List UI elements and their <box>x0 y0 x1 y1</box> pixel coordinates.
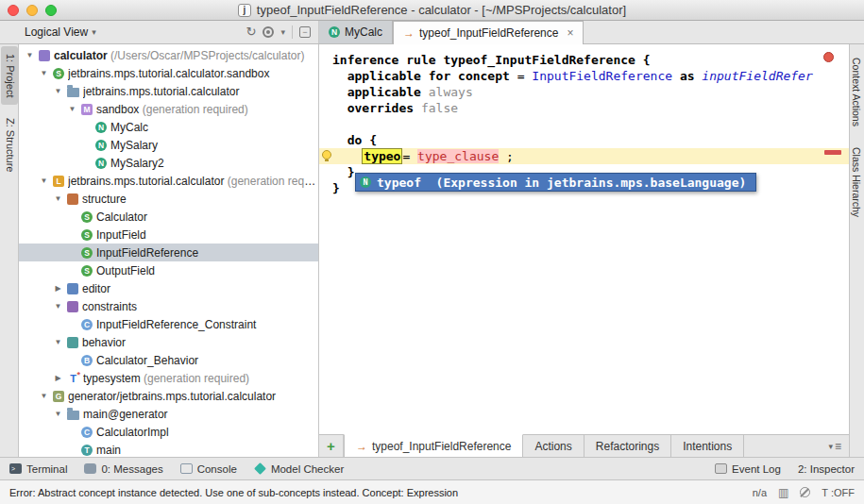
tree-item-calculator[interactable]: ▼calculator (/Users/Oscar/MPSProjects/ca… <box>19 46 318 64</box>
collapse-arrow-icon[interactable]: ▼ <box>39 69 49 77</box>
tree-item-jetbrains-mps-tutorial-calculator[interactable]: ▼Ljetbrains.mps.tutorial.calculator (gen… <box>19 172 318 190</box>
highlighting-level-icon[interactable]: ▥ <box>778 486 788 499</box>
tree-item-constraints[interactable]: ▼constraints <box>19 297 318 315</box>
expand-arrow-icon[interactable]: ▶ <box>53 284 63 293</box>
collapse-arrow-icon[interactable]: ▼ <box>53 410 63 418</box>
tree-item-structure[interactable]: ▼structure <box>19 190 318 208</box>
tree-item-jetbrains-mps-tutorial-calculator-sandbox[interactable]: ▼Sjetbrains.mps.tutorial.calculator.sand… <box>19 64 318 82</box>
collapse-arrow-icon[interactable]: ▼ <box>53 338 63 346</box>
editor-tab-typeof-inputfieldreference[interactable]: →typeof_InputFieldReference× <box>393 21 584 44</box>
collapse-arrow-icon[interactable]: ▼ <box>53 194 63 203</box>
minimize-window-button[interactable] <box>26 5 38 16</box>
bottom-tab-typeof-inputfieldreference[interactable]: →typeof_InputFieldReference <box>344 434 523 457</box>
settings-gear-icon[interactable] <box>263 26 274 38</box>
tree-item-editor[interactable]: ▶editor <box>19 279 318 297</box>
node-icon: N <box>95 122 107 133</box>
tree-item-calculator-behavior[interactable]: BCalculator_Behavior <box>19 351 318 369</box>
toolbar-button-2-inspector[interactable]: 2: Inspector <box>798 463 855 475</box>
tool-window-button-context-actions[interactable]: Context Actions <box>851 50 864 134</box>
code-line[interactable]: typeo= type_clause ; <box>319 148 849 164</box>
typesystem-toggle[interactable]: T :OFF <box>822 487 855 498</box>
tree-item-label: InputFieldReference <box>96 246 198 260</box>
toolbar-button-label: Model Checker <box>271 463 344 475</box>
tree-item-calculatorimpl[interactable]: CCalculatorImpl <box>19 423 318 441</box>
refresh-icon[interactable]: ↻ <box>246 26 257 38</box>
bottom-tab-actions[interactable]: Actions <box>523 435 584 457</box>
tree-item-label: Calculator <box>96 210 147 224</box>
tool-window-button-1-project[interactable]: 1: Project <box>1 46 18 105</box>
tree-item-label: MySalary <box>110 139 158 152</box>
collapse-all-icon[interactable]: − <box>299 26 311 38</box>
error-indicator-icon[interactable] <box>823 52 834 62</box>
project-icon <box>39 50 50 61</box>
tool-window-button-class-hierarchy[interactable]: Class Hierarchy <box>851 140 864 225</box>
zoom-window-button[interactable] <box>45 5 57 16</box>
toolbar-button-event-log[interactable]: Event Log <box>715 463 781 475</box>
toolbar-button-terminal[interactable]: Terminal <box>9 463 67 475</box>
tree-item-mycalc[interactable]: NMyCalc <box>19 118 318 136</box>
tree-item-sandbox[interactable]: ▼Msandbox (generation required) <box>19 100 318 118</box>
code-line[interactable]: do { <box>319 132 849 148</box>
tree-item-mysalary[interactable]: NMySalary <box>19 136 318 154</box>
tree-item-generator-jetbrains-mps-tutorial-calculator[interactable]: ▼Ggenerator/jetbrains.mps.tutorial.calcu… <box>19 387 318 405</box>
code-text: InputFieldReference <box>532 69 672 83</box>
tree-item-label: typesystem <box>83 372 141 385</box>
code-line[interactable]: overrides false <box>319 100 849 116</box>
collapse-arrow-icon[interactable]: ▼ <box>25 51 35 59</box>
bottom-tab-refactorings[interactable]: Refactorings <box>584 435 671 457</box>
code-line[interactable]: inference rule typeof_InputFieldReferenc… <box>319 52 849 68</box>
toolbar-button-model-checker[interactable]: Model Checker <box>254 463 344 475</box>
tree-item-label: OutputField <box>96 264 155 277</box>
code-area[interactable]: inference rule typeof_InputFieldReferenc… <box>319 44 849 434</box>
tree-item-text: jetbrains.mps.tutorial.calculator.sandbo… <box>68 67 318 80</box>
error-stripe-mark[interactable] <box>824 150 841 155</box>
tree-item-label: jetbrains.mps.tutorial.calculator <box>83 85 239 98</box>
expand-arrow-icon[interactable]: ▶ <box>53 374 63 382</box>
toolbar-button-console[interactable]: Console <box>180 463 237 475</box>
menu-icon: ≡ <box>835 440 841 453</box>
add-tab-button[interactable]: + <box>319 435 344 457</box>
bottom-tab-intentions[interactable]: Intentions <box>671 435 744 457</box>
collapse-arrow-icon[interactable]: ▼ <box>67 105 77 113</box>
intention-bulb-icon[interactable] <box>322 150 331 160</box>
code-text: ; <box>499 149 514 163</box>
collapse-arrow-icon[interactable]: ▼ <box>39 176 49 185</box>
tree-item-behavior[interactable]: ▼behavior <box>19 333 318 351</box>
tree-item-text: InputFieldReference <box>96 246 318 260</box>
tree-item-inputfieldreference[interactable]: SInputFieldReference <box>19 244 318 261</box>
tree-item-mysalary2[interactable]: NMySalary2 <box>19 154 318 172</box>
concept-icon: S <box>81 211 93 223</box>
tree-item-outputfield[interactable]: SOutputField <box>19 261 318 279</box>
code-text: overrides <box>347 101 414 115</box>
notifications-mute-icon[interactable] <box>800 487 810 497</box>
collapse-arrow-icon[interactable]: ▼ <box>39 392 49 400</box>
tree-item-inputfield[interactable]: SInputField <box>19 226 318 244</box>
caret-position[interactable]: n/a <box>753 487 767 498</box>
code-line[interactable]: applicable always <box>319 84 849 100</box>
editor-tab-mycalc[interactable]: NMyCalc <box>319 21 393 43</box>
tool-window-button-z-structure[interactable]: Z: Structure <box>1 110 18 179</box>
tree-item-calculator[interactable]: SCalculator <box>19 208 318 226</box>
tree-item-main-generator[interactable]: ▼main@generator <box>19 405 318 423</box>
tree-item-main[interactable]: Tmain <box>19 441 318 457</box>
tree-item-inputfieldreference-constraint[interactable]: CInputFieldReference_Constraint <box>19 315 318 333</box>
code-line[interactable]: applicable for concept = InputFieldRefer… <box>319 68 849 84</box>
close-icon[interactable]: × <box>567 26 573 40</box>
completion-popup-item[interactable]: N typeof (Expression in jetbrains.mps.ba… <box>355 173 756 192</box>
code-line[interactable] <box>319 116 849 132</box>
toolbar-button-0-messages[interactable]: 0: Messages <box>84 463 162 475</box>
tab-list-menu-icon[interactable]: ▾ ≡ <box>821 435 849 457</box>
collapse-arrow-icon[interactable]: ▼ <box>53 87 63 95</box>
titlebar: j typeof_InputFieldReference - calculato… <box>0 0 864 21</box>
tree-item-text: jetbrains.mps.tutorial.calculator <box>83 85 318 98</box>
close-window-button[interactable] <box>8 5 19 16</box>
collapse-arrow-icon[interactable]: ▼ <box>53 302 63 311</box>
gear-chevron-icon[interactable]: ▾ <box>280 26 285 38</box>
view-selector-dropdown[interactable]: Logical View ▾ <box>25 25 96 39</box>
code-text <box>332 133 347 147</box>
concept-icon: S <box>81 247 93 259</box>
view-selector-label: Logical View <box>25 25 88 39</box>
code-text <box>332 149 362 163</box>
tree-item-jetbrains-mps-tutorial-calculator[interactable]: ▼jetbrains.mps.tutorial.calculator <box>19 82 318 100</box>
tree-item-typesystem[interactable]: ▶Ttypesystem (generation required) <box>19 369 318 387</box>
